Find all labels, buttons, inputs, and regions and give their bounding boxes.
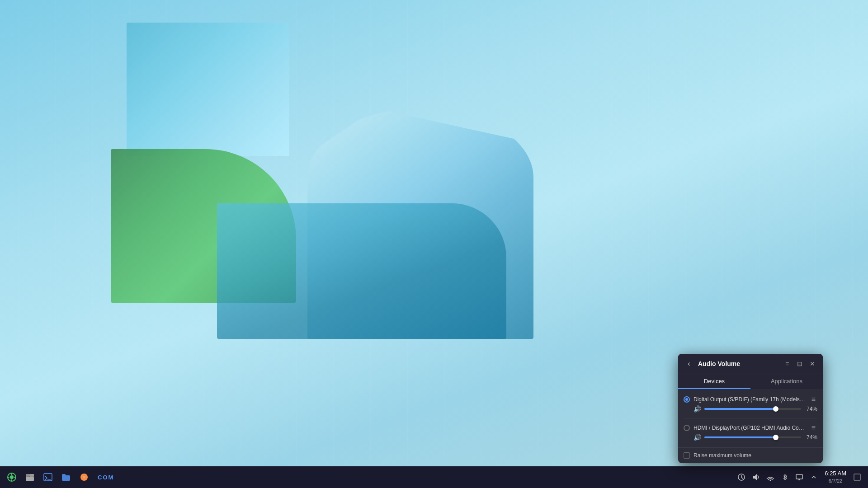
svg-point-16 — [770, 479, 771, 481]
audio-volume-panel: ‹ Audio Volume ≡ ⊟ ✕ Devices Application… — [678, 354, 823, 463]
panel-back-button[interactable]: ‹ — [684, 358, 694, 369]
svg-point-1 — [10, 475, 14, 479]
taskbar-bluetooth-icon[interactable] — [779, 472, 790, 483]
panel-tabs: Devices Applications — [678, 374, 823, 389]
taskbar: COM — [0, 466, 868, 488]
device-2-radio[interactable] — [684, 425, 690, 431]
tab-devices[interactable]: Devices — [678, 374, 750, 389]
taskbar-terminal-icon[interactable] — [40, 469, 56, 485]
taskbar-firefox-icon[interactable] — [76, 469, 92, 485]
device-1-volume-percent: 74% — [805, 406, 817, 412]
taskbar-display-icon[interactable] — [794, 472, 805, 483]
panel-content: Digital Output (S/PDIF) (Family 17h (Mod… — [678, 389, 823, 447]
panel-menu-button[interactable]: ≡ — [782, 359, 792, 369]
raise-volume-checkbox[interactable] — [684, 452, 690, 459]
taskbar-updates-icon[interactable] — [736, 472, 747, 483]
svg-rect-17 — [796, 474, 802, 479]
svg-rect-6 — [26, 474, 29, 477]
taskbar-network-icon[interactable] — [765, 472, 776, 483]
device-2-header: HDMI / DisplayPort (GP102 HDMI Audio Con… — [684, 424, 817, 432]
tab-applications[interactable]: Applications — [750, 374, 823, 389]
taskbar-volume-icon[interactable] — [750, 472, 761, 483]
svg-rect-7 — [26, 477, 34, 481]
device-1-name: Digital Output (S/PDIF) (Family 17h (Mod… — [693, 396, 806, 403]
panel-close-button[interactable]: ✕ — [807, 359, 817, 369]
wallpaper-blue-shape — [127, 23, 289, 156]
device-row-2: HDMI / DisplayPort (GP102 HDMI Audio Con… — [678, 421, 823, 444]
device-1-slider-fill — [704, 408, 776, 410]
taskbar-plasma-icon[interactable] — [4, 469, 20, 485]
taskbar-left: COM — [0, 469, 121, 485]
device-2-name: HDMI / DisplayPort (GP102 HDMI Audio Con… — [693, 425, 806, 431]
device-1-header: Digital Output (S/PDIF) (Family 17h (Mod… — [684, 395, 817, 404]
device-row-1: Digital Output (S/PDIF) (Family 17h (Mod… — [678, 393, 823, 415]
svg-rect-8 — [29, 474, 34, 477]
device-2-slider-thumb — [773, 435, 778, 440]
taskbar-expand-icon[interactable] — [808, 472, 819, 483]
device-2-menu-button[interactable]: ≡ — [810, 424, 817, 432]
com-badge: COM — [94, 474, 118, 481]
device-2-volume-percent: 74% — [805, 434, 817, 441]
panel-footer: Raise maximum volume — [678, 447, 823, 463]
device-1-volume-row: 🔊 74% — [684, 405, 817, 413]
svg-marker-15 — [753, 474, 757, 480]
svg-rect-20 — [854, 474, 860, 480]
taskbar-folder-icon[interactable] — [58, 469, 74, 485]
svg-point-13 — [83, 476, 85, 479]
clock-date: 6/7/22 — [829, 478, 843, 484]
taskbar-file-manager-icon[interactable] — [22, 469, 38, 485]
raise-volume-label: Raise maximum volume — [693, 452, 751, 459]
device-1-slider-thumb — [773, 406, 778, 412]
taskbar-clock[interactable]: 6:25 AM 6/7/22 — [823, 469, 848, 485]
device-2-slider-fill — [704, 436, 776, 438]
device-1-volume-slider[interactable] — [704, 408, 801, 410]
panel-header-icons: ≡ ⊟ ✕ — [782, 359, 817, 369]
taskbar-right: 6:25 AM 6/7/22 — [731, 469, 868, 485]
device-1-radio[interactable] — [684, 396, 690, 403]
device-1-volume-icon: 🔊 — [693, 405, 701, 413]
panel-minimize-button[interactable]: ⊟ — [795, 359, 805, 369]
clock-time: 6:25 AM — [825, 469, 846, 478]
panel-header: ‹ Audio Volume ≡ ⊟ ✕ — [678, 354, 823, 374]
device-2-volume-row: 🔊 74% — [684, 434, 817, 441]
panel-title: Audio Volume — [698, 360, 782, 367]
device-separator — [684, 418, 817, 418]
device-1-menu-button[interactable]: ≡ — [810, 395, 817, 404]
taskbar-show-desktop-icon[interactable] — [852, 472, 863, 483]
device-2-volume-slider[interactable] — [704, 436, 801, 438]
wallpaper-teal-large — [217, 203, 506, 339]
desktop: ‹ Audio Volume ≡ ⊟ ✕ Devices Application… — [0, 0, 868, 488]
device-2-volume-icon: 🔊 — [693, 434, 701, 441]
